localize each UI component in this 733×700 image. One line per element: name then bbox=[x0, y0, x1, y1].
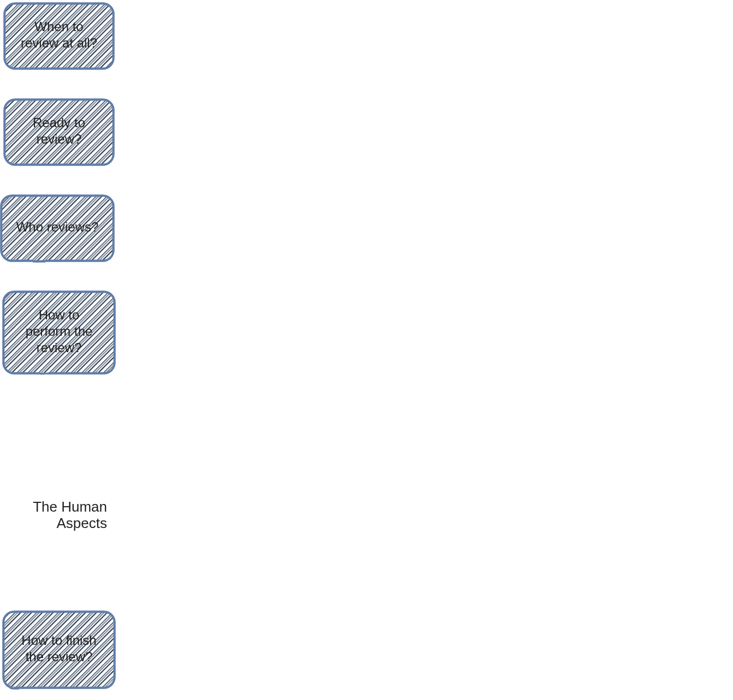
node-label: Who reviews? bbox=[16, 220, 99, 234]
node-n4: How toperform thereview? bbox=[3, 292, 115, 373]
node-n1: When toreview at all? bbox=[4, 3, 114, 69]
node-n3: Who reviews? bbox=[1, 195, 114, 261]
node-label: Ready to bbox=[33, 115, 85, 130]
node-n6: How to finishthe review? bbox=[3, 612, 115, 688]
node-label: perform the bbox=[26, 324, 93, 339]
node-label: the review? bbox=[26, 649, 93, 664]
node-label: The Human bbox=[33, 499, 107, 515]
node-label: review? bbox=[37, 340, 82, 355]
node-label: When to bbox=[34, 19, 83, 34]
node-label: review at all? bbox=[21, 35, 97, 50]
flow-diagram: When toreview at all?Ready toreview?Who … bbox=[0, 0, 733, 700]
node-n5: The HumanAspects bbox=[4, 491, 114, 541]
node-label: review? bbox=[37, 132, 82, 146]
node-label: How to bbox=[39, 307, 80, 322]
node-n2: Ready toreview? bbox=[4, 99, 114, 165]
node-label: How to finish bbox=[21, 633, 96, 648]
node-label: Aspects bbox=[57, 515, 108, 531]
